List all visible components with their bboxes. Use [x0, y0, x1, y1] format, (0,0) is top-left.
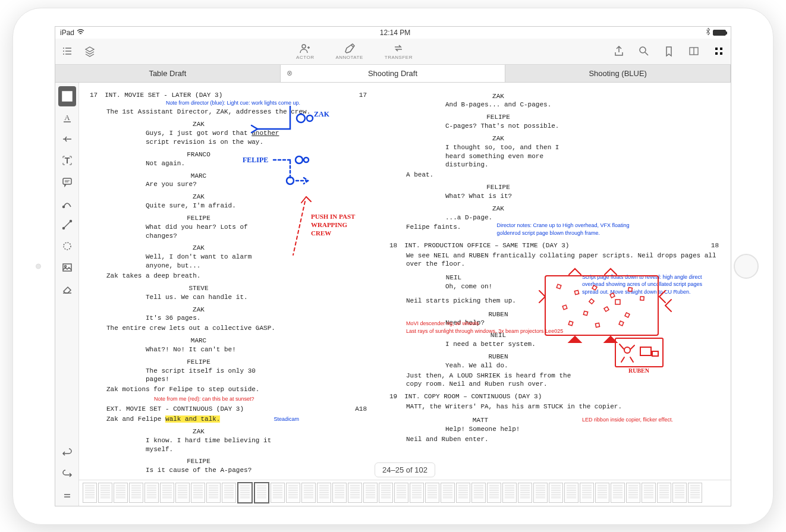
page-thumbnail[interactable] — [301, 483, 316, 503]
page-thumbnail[interactable] — [595, 483, 609, 503]
line-tool[interactable] — [58, 215, 76, 235]
text-tool-filled[interactable]: A — [58, 86, 76, 106]
character-cue: ZAK — [106, 244, 291, 253]
eraser-tool[interactable] — [58, 279, 76, 299]
page-thumbnail[interactable] — [487, 483, 501, 503]
battery-icon — [713, 30, 726, 36]
highlighted-text: walk and talk. — [165, 415, 220, 423]
share-icon[interactable] — [613, 45, 625, 57]
ipad-home-button[interactable] — [734, 254, 759, 279]
ipad-camera — [36, 263, 41, 269]
character-cue: MATT — [406, 416, 555, 425]
annotate-button[interactable]: ANNOTATE — [335, 43, 363, 60]
page-thumbnail[interactable] — [626, 483, 640, 503]
action-line: Neil starts picking them up. — [406, 297, 719, 306]
svg-text:T: T — [64, 156, 70, 165]
search-icon[interactable] — [638, 45, 650, 57]
redo-button[interactable] — [58, 464, 76, 484]
page-thumbnail[interactable] — [611, 483, 625, 503]
page-thumbnail[interactable] — [222, 483, 236, 503]
pen-tool[interactable] — [58, 193, 76, 213]
page-thumbnail[interactable] — [394, 483, 408, 503]
character-cue: MARC — [106, 336, 291, 345]
thumbnail-strip[interactable] — [79, 480, 731, 506]
transfer-button[interactable]: TRANSFER — [385, 43, 413, 60]
content-area: A A T 17INT. MOVIE SET - LATE — [55, 83, 731, 506]
bluetooth-icon — [706, 28, 710, 37]
horizontal-rule-tool[interactable] — [58, 129, 76, 149]
page-thumbnail[interactable] — [471, 483, 486, 503]
ipad-device-frame: iPad 12:14 PM ACTOR — [12, 8, 774, 525]
grid-icon[interactable] — [713, 45, 725, 57]
page-thumbnail[interactable] — [286, 483, 300, 503]
svg-point-14 — [70, 220, 71, 222]
action-line: Zak takes a deep breath. — [106, 272, 367, 281]
text-box-tool[interactable]: T — [58, 150, 76, 171]
page-thumbnail[interactable] — [114, 483, 128, 503]
tech-note: Last rays of sunlight through windows, 3… — [406, 328, 563, 335]
annotation-toolbar: A A T — [55, 83, 79, 506]
dialogue: I need a better system. — [445, 340, 582, 349]
page-thumbnail[interactable] — [379, 483, 393, 503]
character-cue: FELIPE — [406, 183, 590, 192]
tab-shooting-draft[interactable]: ⊗ Shooting Draft — [281, 65, 506, 82]
dialogue: What?! No! It can't be! — [146, 345, 282, 354]
page-thumbnail[interactable] — [98, 483, 112, 503]
page-thumbnail[interactable] — [456, 483, 470, 503]
layers-icon[interactable] — [84, 45, 96, 57]
page-thumbnail-current[interactable] — [254, 482, 269, 503]
page-thumbnail[interactable] — [688, 483, 702, 503]
page-thumbnail[interactable] — [580, 483, 594, 503]
page-thumbnail[interactable] — [564, 483, 579, 503]
page-thumbnail[interactable] — [549, 483, 563, 503]
page-thumbnail[interactable] — [332, 483, 347, 503]
page-thumbnail[interactable] — [425, 483, 439, 503]
director-note: Steadicam — [273, 416, 299, 422]
outline-icon[interactable] — [61, 45, 73, 57]
page-thumbnail[interactable] — [502, 483, 517, 503]
page-thumbnail[interactable] — [657, 483, 671, 503]
tab-table-draft[interactable]: Table Draft — [55, 65, 281, 82]
tab-shooting-blue[interactable]: Shooting (BLUE) — [505, 65, 731, 82]
facing-pages-icon[interactable] — [688, 45, 700, 57]
page-thumbnail[interactable] — [410, 483, 424, 503]
page-thumbnail[interactable] — [144, 483, 159, 503]
menu-lines-icon[interactable] — [58, 486, 76, 506]
page-thumbnail[interactable] — [441, 483, 455, 503]
actor-label: ACTOR — [296, 55, 314, 60]
script-pages[interactable]: 17INT. MOVIE SET - LATER (DAY 3)17 Note … — [79, 83, 731, 506]
actor-button[interactable]: ACTOR — [296, 43, 314, 60]
page-thumbnail[interactable] — [129, 483, 143, 503]
page-thumbnail[interactable] — [206, 483, 221, 503]
action-line: Just then, A LOUD SHRIEK is heard from t… — [406, 372, 579, 389]
undo-button[interactable] — [58, 443, 76, 463]
circle-tool[interactable] — [58, 236, 76, 256]
page-thumbnail[interactable] — [348, 483, 362, 503]
page-thumbnail[interactable] — [672, 483, 687, 503]
page-thumbnail[interactable] — [317, 483, 331, 503]
note-tool[interactable] — [58, 172, 76, 192]
page-thumbnail[interactable] — [271, 483, 285, 503]
bookmark-icon[interactable] — [663, 45, 675, 57]
image-tool[interactable] — [58, 257, 76, 278]
page-thumbnail[interactable] — [642, 483, 656, 503]
page-thumbnail[interactable] — [83, 483, 97, 503]
svg-rect-16 — [63, 264, 71, 271]
scene-number: 19 — [389, 393, 397, 400]
page-thumbnail[interactable] — [533, 483, 548, 503]
clock: 12:14 PM — [84, 29, 706, 37]
action-line: Zak and Felipe walk and talk.Steadicam — [106, 415, 367, 424]
close-tab-icon[interactable]: ⊗ — [287, 69, 293, 77]
page-thumbnail[interactable] — [518, 483, 532, 503]
character-cue: ZAK — [406, 134, 590, 143]
page-thumbnail[interactable] — [363, 483, 378, 503]
text-tool-underline[interactable]: A — [58, 108, 76, 128]
page-thumbnail[interactable] — [160, 483, 174, 503]
dialogue: What did you hear? Lots of changes? — [146, 223, 282, 241]
character-cue: ZAK — [406, 92, 590, 101]
page-thumbnail[interactable] — [191, 483, 205, 503]
page-thumbnail-current[interactable] — [237, 482, 253, 503]
action-line: Zak motions for Felipe to step outside. — [106, 385, 367, 394]
character-cue: ZAK — [106, 306, 291, 314]
page-thumbnail[interactable] — [175, 483, 190, 503]
